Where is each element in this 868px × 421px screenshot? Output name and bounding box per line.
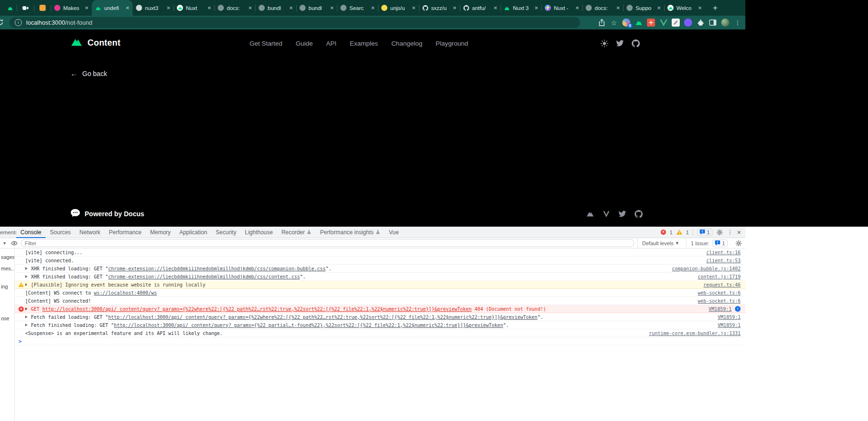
related-issue-icon[interactable]: i — [735, 306, 741, 312]
nav-playground[interactable]: Playground — [435, 40, 468, 47]
devtools-tab-performance[interactable]: Performance — [105, 227, 146, 238]
devtools-settings-icon[interactable] — [716, 229, 723, 236]
devtools-tab-recorder[interactable]: Recorder — [277, 227, 316, 238]
tab-close-icon[interactable]: × — [371, 4, 375, 11]
nav-examples[interactable]: Examples — [350, 40, 378, 47]
devtools-menu-kebab-icon[interactable]: ⋮ — [727, 229, 733, 236]
browser-tab-bundl[interactable]: bundl× — [255, 0, 296, 16]
issues-badge[interactable]: 1 — [697, 229, 713, 236]
message-link[interactable]: http://localhost:3000/api/_content/query… — [114, 323, 503, 328]
tab-close-icon[interactable]: × — [166, 4, 170, 11]
nuxt-extension-icon[interactable] — [635, 19, 643, 27]
expand-triangle-icon[interactable] — [25, 275, 31, 278]
console-filter-input[interactable] — [21, 239, 634, 247]
expand-triangle-icon[interactable] — [25, 307, 31, 310]
browser-tab-nuxt3[interactable]: nuxt3× — [133, 0, 174, 16]
page-info-icon[interactable]: i — [15, 19, 22, 26]
browser-tab-nuxt[interactable]: Nuxt× — [174, 0, 214, 16]
vue-devtools-icon[interactable] — [659, 19, 667, 27]
reload-icon[interactable] — [0, 19, 4, 28]
bookmark-star-icon[interactable]: ☆ — [610, 19, 618, 27]
browser-tab-docs[interactable]: docs:× — [582, 0, 623, 16]
devtools-tab-security[interactable]: Security — [212, 227, 241, 238]
browser-tab-nuxt[interactable]: Nuxt -× — [541, 0, 582, 16]
nuxt-icon[interactable] — [586, 210, 594, 218]
devtools-tab-vue[interactable]: Vue — [385, 227, 403, 238]
source-location-link[interactable]: client.ts:16 — [700, 250, 741, 255]
tab-close-icon[interactable]: × — [575, 4, 579, 11]
site-logo[interactable]: Content — [70, 38, 120, 48]
log-levels-dropdown[interactable]: Default levels ▾ — [637, 238, 683, 248]
source-location-link[interactable]: web-socket.ts:6 — [691, 298, 741, 304]
context-selector-fragment[interactable]: ▾ — [3, 240, 8, 246]
expand-triangle-icon[interactable] — [25, 283, 31, 286]
grid-extension-icon[interactable] — [647, 19, 655, 27]
footer-brand[interactable]: Powered by Docus — [70, 209, 144, 219]
message-link[interactable]: chrome-extension://liecbddmkiiihnedobmlm… — [108, 274, 300, 279]
message-link[interactable]: ws://localhost:4000/ws — [94, 290, 157, 296]
color-mode-icon[interactable] — [600, 39, 608, 48]
browser-tab-unjs-u[interactable]: unjs/u× — [378, 0, 419, 16]
source-location-link[interactable]: VM1859:1 — [702, 306, 732, 312]
browser-tab-antfu[interactable]: antfu/× — [460, 0, 501, 16]
sidebar-item-fragment[interactable]: ing — [1, 284, 8, 289]
devtools-tab-memory[interactable]: Memory — [146, 227, 175, 238]
sidebar-item-fragment[interactable]: ose — [1, 316, 10, 321]
expand-triangle-icon[interactable] — [25, 324, 31, 326]
tab-close-icon[interactable]: × — [453, 4, 456, 11]
issues-counter-chip[interactable]: 1 — [712, 239, 728, 247]
browser-tab-bundl[interactable]: bundl× — [296, 0, 337, 16]
go-back-link[interactable]: ← Go back — [70, 69, 107, 77]
source-location-link[interactable]: web-socket.ts:6 — [691, 290, 741, 296]
tab-close-icon[interactable]: × — [330, 4, 334, 11]
kebab-menu-icon[interactable]: ⋮ — [733, 19, 742, 27]
source-location-link[interactable]: runtime-core.esm-bundler.js:1331 — [642, 331, 741, 336]
browser-tab-suppo[interactable]: Suppo× — [623, 0, 664, 16]
tab-close-icon[interactable]: × — [125, 4, 129, 11]
devtools-tab-network[interactable]: Network — [75, 227, 105, 238]
browser-tab-makes[interactable]: Makes× — [51, 0, 92, 16]
github-icon[interactable] — [634, 210, 643, 218]
live-expressions-eye-icon[interactable] — [11, 241, 18, 246]
browser-tab-nuxt-3[interactable]: Nuxt 3× — [501, 0, 541, 16]
twitter-icon[interactable] — [616, 39, 624, 48]
console-prompt[interactable]: > — [15, 337, 745, 345]
devtools-tab-application[interactable]: Application — [175, 227, 212, 238]
source-location-link[interactable]: companion-bubble.js:1402 — [665, 266, 741, 271]
tab-close-icon[interactable]: × — [534, 4, 538, 11]
vite-icon[interactable] — [602, 210, 610, 218]
github-icon[interactable] — [631, 39, 640, 48]
warning-count-icon[interactable] — [676, 230, 682, 235]
side-panel-icon[interactable] — [709, 19, 717, 27]
source-location-link[interactable]: VM1859:1 — [711, 323, 741, 328]
message-link[interactable]: chrome-extension://liecbddmkiiihnedobmlm… — [108, 266, 326, 271]
tab-close-icon[interactable]: × — [493, 4, 497, 11]
devtools-close-icon[interactable]: × — [737, 228, 741, 236]
devtools-tab-lighthouse[interactable]: Lighthouse — [241, 227, 277, 238]
source-location-link[interactable]: client.ts:53 — [700, 258, 741, 263]
sidebar-item-fragment[interactable]: sages — [1, 254, 15, 260]
violet-extension-icon[interactable] — [684, 19, 692, 27]
expand-triangle-icon[interactable] — [25, 267, 31, 270]
browser-tab[interactable] — [17, 0, 34, 16]
browser-tab-searc[interactable]: Searc× — [337, 0, 378, 16]
source-location-link[interactable]: VM1859:1 — [711, 315, 741, 320]
console-settings-icon[interactable] — [735, 240, 742, 247]
tab-close-icon[interactable]: × — [289, 4, 293, 11]
nav-api[interactable]: API — [326, 40, 337, 47]
browser-tab[interactable] — [2, 0, 17, 16]
error-count-icon[interactable]: × — [661, 230, 666, 235]
browser-tab-undefi[interactable]: undefi× — [92, 0, 133, 16]
devtools-tab-sources[interactable]: Sources — [46, 227, 75, 238]
tab-close-icon[interactable]: × — [85, 4, 88, 11]
address-bar[interactable]: i localhost:3000/not-found — [10, 17, 580, 28]
browser-tab-sxzz-u[interactable]: sxzz/u× — [419, 0, 460, 16]
devtools-tab-console[interactable]: Console — [16, 227, 46, 238]
message-link[interactable]: http://localhost:3000/api/_content/query… — [42, 306, 472, 312]
source-location-link[interactable]: request.ts:46 — [697, 282, 741, 287]
message-link[interactable]: http://localhost:3000/api/_content/query… — [108, 315, 538, 320]
nav-changelog[interactable]: Changelog — [391, 40, 422, 47]
browser-tab[interactable] — [34, 0, 51, 16]
twitter-icon[interactable] — [618, 210, 627, 218]
source-location-link[interactable]: content.js:1719 — [691, 274, 741, 279]
